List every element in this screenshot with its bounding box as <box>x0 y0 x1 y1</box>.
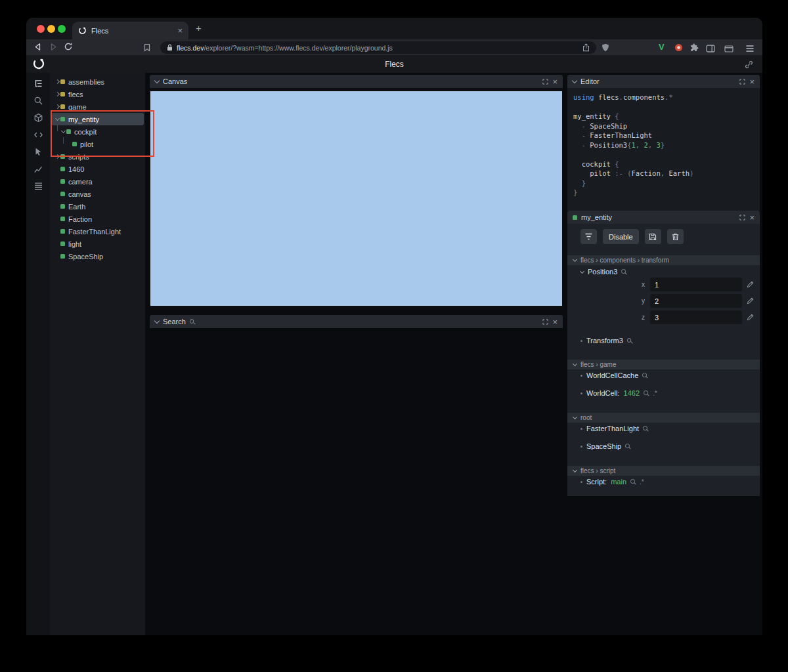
search-icon[interactable] <box>627 338 632 343</box>
bookmark-icon[interactable] <box>143 43 151 54</box>
component-fasterthanlight[interactable]: FasterThanLight <box>580 424 648 433</box>
code-view-icon[interactable] <box>33 130 43 140</box>
close-icon[interactable]: × <box>749 213 755 222</box>
expand-icon[interactable] <box>739 215 745 220</box>
tree-item-light[interactable]: light <box>51 238 144 250</box>
tree-item-flecs[interactable]: flecs <box>51 88 144 100</box>
menu-icon[interactable] <box>745 43 755 55</box>
tree-item-canvas[interactable]: canvas <box>51 188 144 200</box>
component-transform3[interactable]: Transform3 <box>580 336 632 345</box>
component-worldcellcache[interactable]: WorldCellCache <box>580 371 647 380</box>
reload-button[interactable] <box>64 42 73 54</box>
entity-icon <box>60 179 65 184</box>
extension-red-icon[interactable] <box>674 43 683 54</box>
inspector-panel-header[interactable]: my_entity × <box>567 211 760 224</box>
section-header-transform[interactable]: flecs › components › transform <box>567 255 760 265</box>
rows-view-icon[interactable] <box>33 181 43 191</box>
expand-icon[interactable] <box>542 79 548 85</box>
search-icon[interactable] <box>644 390 649 396</box>
bullet-icon <box>580 392 582 394</box>
component-name: WorldCellCache <box>586 371 638 379</box>
component-value: 1462 <box>624 389 640 397</box>
delete-button[interactable] <box>667 229 684 244</box>
tree-item-label: assemblies <box>68 78 104 86</box>
section-header-root[interactable]: root <box>567 413 760 423</box>
extension-v-icon[interactable]: V <box>659 43 665 51</box>
search-icon[interactable] <box>621 269 626 274</box>
tree-item-1460[interactable]: 1460 <box>51 163 144 175</box>
tree-item-assemblies[interactable]: assemblies <box>51 75 144 88</box>
chevron-right-icon[interactable] <box>54 80 60 83</box>
forward-button[interactable] <box>49 42 58 54</box>
field-row-z: z 3 <box>567 310 760 324</box>
new-tab-button[interactable]: + <box>196 23 202 33</box>
link-icon[interactable] <box>745 60 753 72</box>
edit-pencil-icon[interactable] <box>747 281 754 288</box>
stats-chart-icon[interactable] <box>33 164 43 174</box>
y-value-input[interactable]: 2 <box>650 294 742 308</box>
section-header-script[interactable]: flecs › script <box>567 466 760 476</box>
address-bar[interactable]: flecs.dev/explorer/?wasm=https://www.fle… <box>160 41 596 54</box>
tree-item-spaceship[interactable]: SpaceShip <box>51 250 144 262</box>
component-worldcell[interactable]: WorldCell: 1462 .* <box>580 388 657 398</box>
zoom-window-button[interactable] <box>58 25 66 33</box>
search-view-icon[interactable] <box>33 96 43 106</box>
tab-close-icon[interactable]: × <box>177 26 183 35</box>
search-icon[interactable] <box>625 444 630 449</box>
share-icon[interactable] <box>582 43 590 52</box>
component-script[interactable]: Script: main .* <box>580 477 644 486</box>
side-panel-icon[interactable] <box>706 43 715 55</box>
edit-pencil-icon[interactable] <box>747 314 754 321</box>
minimize-window-button[interactable] <box>47 25 55 33</box>
edit-pencil-icon[interactable] <box>747 297 754 304</box>
tree-item-faction[interactable]: Faction <box>51 213 144 225</box>
close-window-button[interactable] <box>37 25 45 33</box>
collapse-chevron-icon[interactable] <box>154 318 160 323</box>
z-value-input[interactable]: 3 <box>650 310 742 324</box>
x-value-input[interactable]: 1 <box>650 278 742 291</box>
search-panel-header[interactable]: Search × <box>150 315 563 328</box>
tree-item-earth[interactable]: Earth <box>51 200 144 213</box>
chevron-right-icon[interactable] <box>54 105 60 108</box>
expand-icon[interactable] <box>542 319 548 325</box>
canvas-panel-header[interactable]: Canvas × <box>150 75 563 88</box>
expand-icon[interactable] <box>739 79 745 85</box>
chevron-down-icon <box>573 468 577 472</box>
chevron-down-icon <box>573 362 577 366</box>
save-button[interactable] <box>645 229 661 244</box>
search-icon[interactable] <box>630 479 636 484</box>
collapse-chevron-icon[interactable] <box>154 77 160 83</box>
close-icon[interactable]: × <box>552 77 558 86</box>
browser-window: Flecs × + flecs.dev/explorer/?wasm=https… <box>26 18 762 635</box>
tab-bar: Flecs × + <box>26 18 762 39</box>
extensions-puzzle-icon[interactable] <box>690 43 699 54</box>
component-spaceship[interactable]: SpaceShip <box>580 442 630 451</box>
chevron-down-icon <box>573 415 577 419</box>
inspect-cursor-icon[interactable] <box>33 147 43 157</box>
bullet-icon <box>580 340 582 342</box>
search-panel-body <box>150 328 563 635</box>
collapse-chevron-icon[interactable] <box>572 77 577 83</box>
entities-cube-icon[interactable] <box>33 113 43 123</box>
browser-tab[interactable]: Flecs × <box>72 22 188 39</box>
editor-panel-header[interactable]: Editor × <box>567 75 760 88</box>
tree-item-camera[interactable]: camera <box>51 175 144 188</box>
close-icon[interactable]: × <box>552 318 558 326</box>
section-header-game[interactable]: flecs › game <box>567 360 760 369</box>
search-icon[interactable] <box>642 373 647 378</box>
disable-button[interactable]: Disable <box>603 229 639 244</box>
render-canvas[interactable] <box>150 91 562 306</box>
panel-title: my_entity <box>581 213 612 221</box>
component-position3[interactable]: Position3 <box>580 267 626 276</box>
editor-code[interactable]: using flecs.components.* my_entity { - S… <box>567 88 760 211</box>
tree-item-fasterthanlight[interactable]: FasterThanLight <box>51 225 144 238</box>
bullet-icon <box>580 428 582 430</box>
chevron-right-icon[interactable] <box>54 93 60 96</box>
back-button[interactable] <box>33 42 43 54</box>
close-icon[interactable]: × <box>749 77 755 86</box>
shield-icon[interactable] <box>602 43 609 54</box>
search-icon[interactable] <box>643 426 648 431</box>
wallet-icon[interactable] <box>724 43 733 55</box>
filter-button[interactable] <box>580 229 597 244</box>
tree-view-icon[interactable] <box>33 79 43 89</box>
